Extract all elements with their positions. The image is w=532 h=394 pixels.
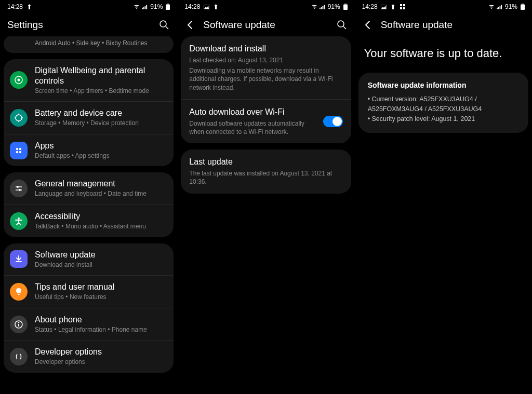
apps-icon xyxy=(10,142,28,159)
svg-rect-27 xyxy=(321,7,322,9)
page-title: Software update xyxy=(381,19,525,31)
svg-rect-41 xyxy=(499,6,500,9)
status-time: 14:28 xyxy=(184,3,200,10)
search-button[interactable] xyxy=(336,19,348,31)
upload-icon xyxy=(212,4,219,10)
settings-row-advanced-features[interactable]: Android Auto • Side key • Bixby Routines xyxy=(4,36,174,53)
row-auto-download[interactable]: Auto download over Wi-Fi Download softwa… xyxy=(181,99,351,143)
row-sub: Last checked on: August 13, 2021 xyxy=(189,56,342,64)
settings-row-software-update[interactable]: Software update Download and install xyxy=(4,243,174,276)
row-sub: Screen time • App timers • Bedtime mode xyxy=(35,87,167,96)
svg-rect-1 xyxy=(143,7,144,9)
row-title: Digital Wellbeing and parental controls xyxy=(35,65,167,86)
row-title: Auto download over Wi-Fi xyxy=(189,107,316,117)
row-title: Accessibility xyxy=(35,211,167,222)
svg-point-23 xyxy=(18,322,19,323)
svg-rect-37 xyxy=(400,7,402,9)
svg-point-14 xyxy=(19,151,21,153)
row-sub: Android Auto • Side key • Bixby Routines xyxy=(35,39,167,48)
status-bar: 14:28 91% xyxy=(355,0,532,13)
update-info-card: Software update information • Current ve… xyxy=(358,73,528,133)
settings-row-tips[interactable]: Tips and user manual Useful tips • New f… xyxy=(4,275,174,308)
settings-group-1: Digital Wellbeing and parental controls … xyxy=(4,59,174,167)
status-bar: 14:28 91% xyxy=(0,0,177,13)
settings-group-advanced: Android Auto • Side key • Bixby Routines xyxy=(4,36,174,53)
svg-point-18 xyxy=(19,189,21,191)
software-update-icon xyxy=(10,250,28,268)
wellbeing-icon xyxy=(10,71,28,89)
app-bar: Settings xyxy=(0,13,177,36)
general-mgmt-icon xyxy=(10,180,28,197)
settings-row-about-phone[interactable]: About phone Status • Legal information •… xyxy=(4,308,174,341)
settings-group-3: Software update Download and install Tip… xyxy=(4,243,174,373)
search-icon xyxy=(159,20,169,30)
screen-software-update-list: 14:28 91% Software update xyxy=(177,0,354,394)
page-title: Software update xyxy=(203,19,328,31)
row-title: Battery and device care xyxy=(35,108,167,118)
row-title: Developer options xyxy=(35,347,167,357)
svg-rect-2 xyxy=(145,6,146,9)
svg-point-10 xyxy=(16,115,22,121)
row-sub: Language and keyboard • Date and time xyxy=(35,190,167,198)
settings-row-apps[interactable]: Apps Default apps • App settings xyxy=(4,134,174,167)
upload-icon xyxy=(390,4,396,10)
app-bar: Software update xyxy=(355,13,532,36)
svg-rect-26 xyxy=(320,8,321,9)
row-last-update[interactable]: Last update The last update was installe… xyxy=(181,150,351,193)
update-options: Download and install Last checked on: Au… xyxy=(177,36,354,394)
screen-software-update-status: 14:28 91% Sof xyxy=(355,0,532,394)
row-sub: Status • Legal information • Phone name xyxy=(35,326,167,334)
settings-group-2: General management Language and keyboard… xyxy=(4,172,174,237)
page-title: Settings xyxy=(7,19,151,31)
row-sub: Download and install xyxy=(35,261,167,269)
row-title: Software update xyxy=(35,250,167,260)
svg-rect-21 xyxy=(18,294,20,295)
svg-point-9 xyxy=(18,79,20,81)
settings-row-developer-options[interactable]: Developer options Developer options xyxy=(4,340,174,373)
image-icon xyxy=(203,4,209,10)
wifi-icon xyxy=(311,4,317,10)
auto-download-switch[interactable] xyxy=(323,116,343,127)
row-sub: Default apps • App settings xyxy=(35,152,167,160)
settings-row-general-management[interactable]: General management Language and keyboard… xyxy=(4,172,174,205)
accessibility-icon xyxy=(10,212,28,230)
svg-rect-3 xyxy=(147,5,148,9)
search-button[interactable] xyxy=(158,19,170,31)
svg-point-6 xyxy=(160,21,166,27)
back-button[interactable] xyxy=(362,19,374,31)
battery-icon xyxy=(342,4,349,10)
row-sub: Download software updates automatically … xyxy=(189,119,316,136)
row-sub: TalkBack • Mono audio • Assistant menu xyxy=(35,223,167,231)
svg-rect-5 xyxy=(166,5,170,10)
wifi-icon xyxy=(488,4,495,10)
row-sub: Developer options xyxy=(35,358,167,366)
back-button[interactable] xyxy=(184,19,196,31)
row-title: General management xyxy=(35,179,167,189)
svg-rect-43 xyxy=(522,4,524,5)
developer-icon xyxy=(10,348,28,365)
svg-line-33 xyxy=(343,26,346,29)
wifi-icon xyxy=(134,4,140,10)
svg-point-13 xyxy=(16,151,18,153)
settings-list[interactable]: Android Auto • Side key • Bixby Routines… xyxy=(0,36,177,394)
svg-rect-38 xyxy=(403,7,405,9)
svg-rect-24 xyxy=(18,324,19,327)
signal-icon xyxy=(497,4,503,10)
tips-icon xyxy=(10,283,28,301)
svg-rect-28 xyxy=(322,6,323,9)
settings-row-digital-wellbeing[interactable]: Digital Wellbeing and parental controls … xyxy=(4,59,174,102)
update-group-last: Last update The last update was installe… xyxy=(181,150,351,193)
settings-row-accessibility[interactable]: Accessibility TalkBack • Mono audio • As… xyxy=(4,205,174,237)
status-battery-pct: 91% xyxy=(150,3,163,10)
settings-row-battery-care[interactable]: Battery and device care Storage • Memory… xyxy=(4,101,174,134)
battery-icon xyxy=(165,4,171,10)
row-download-install[interactable]: Download and install Last checked on: Au… xyxy=(181,36,351,99)
chevron-left-icon xyxy=(185,20,195,30)
svg-rect-42 xyxy=(501,5,502,9)
info-title: Software update information xyxy=(368,81,519,89)
search-icon xyxy=(337,20,347,30)
update-status-content: Your software is up to date. Software up… xyxy=(355,36,532,133)
svg-rect-44 xyxy=(521,5,525,10)
status-battery-pct: 91% xyxy=(328,3,340,10)
chevron-left-icon xyxy=(363,20,373,30)
